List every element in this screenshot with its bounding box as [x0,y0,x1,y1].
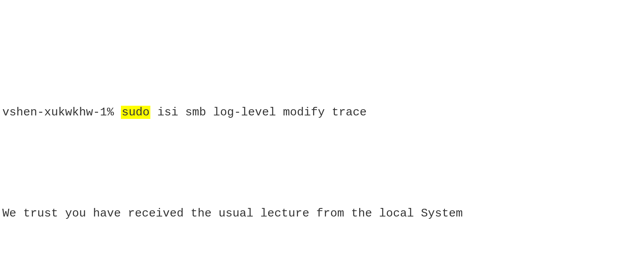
command-remainder: isi smb log-level modify trace [150,106,367,119]
terminal-output: vshen-xukwkhw-1% sudo isi smb log-level … [2,70,642,256]
sudo-lecture-line-1: We trust you have received the usual lec… [2,205,642,222]
shell-prompt: vshen-xukwkhw-1% [2,106,121,119]
highlighted-sudo: sudo [121,106,150,119]
command-line-1: vshen-xukwkhw-1% sudo isi smb log-level … [2,104,642,121]
blank-line [2,155,642,172]
